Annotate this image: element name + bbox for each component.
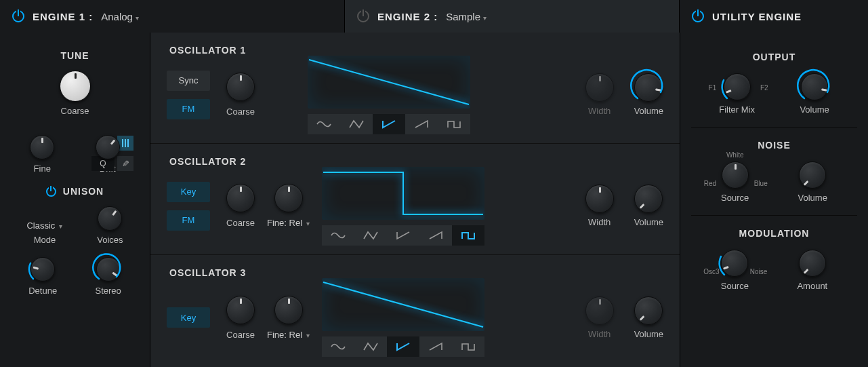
osc2-wave-saw-up[interactable] [419,225,452,246]
osc1-volume-label: Volume [634,106,663,116]
unison-detune-knob[interactable] [30,257,55,282]
osc3-volume-knob[interactable] [634,296,663,325]
tag-f1: F1 [709,84,717,92]
osc2-key-button[interactable]: Key [167,182,210,202]
osc3-coarse-param: Coarse [226,296,255,340]
tune-drift-knob[interactable] [96,135,120,159]
osc2-waveform-display [322,167,484,220]
osc3-fine-dropdown[interactable]: Fine: Rel▾ [267,330,310,340]
noise-source-knob[interactable] [722,161,749,189]
output-filtermix-param: F1 F2 Filter Mix [719,73,755,115]
osc3-wave-saw-down[interactable] [387,336,419,357]
osc3-volume-param: Volume [634,296,663,339]
utility-label: UTILITY ENGINE [712,11,802,22]
noise-volume-knob[interactable] [799,161,826,189]
osc2-waveform-selector [322,225,484,246]
osc1-waveform-selector [308,114,470,134]
engine1-label: ENGINE 1 : [33,11,93,22]
osc2-fine-dropdown[interactable]: Fine: Rel▾ [267,218,310,228]
osc1-volume-knob[interactable] [634,73,663,102]
osc1-wave-saw-down[interactable] [373,114,405,134]
noise-source-param: White Red Blue Source [721,161,749,203]
osc2-title: OSCILLATOR 2 [169,156,246,167]
unison-voices-knob[interactable] [98,206,122,231]
mod-amount-param: Amount [797,250,827,291]
osc1-width-label: Width [588,106,611,116]
osc2-width-param: Width [585,185,614,227]
unison-power-button[interactable] [46,187,56,197]
tune-edit-button[interactable] [117,156,133,171]
engine2-type-dropdown[interactable]: Sample ▾ [446,11,487,22]
noise-section-title: NOISE [680,140,868,151]
osc3-width-label: Width [588,329,611,339]
osc1-wave-saw-up[interactable] [405,114,438,134]
osc3-width-knob[interactable] [585,296,614,325]
tune-coarse-knob[interactable] [60,71,91,102]
osc1-coarse-label: Coarse [226,107,255,117]
output-volume-label: Volume [800,104,829,115]
osc2-fm-button[interactable]: FM [167,210,210,231]
tune-coarse-label: Coarse [61,106,89,116]
osc3-fine-knob[interactable] [274,296,303,324]
output-filtermix-knob[interactable] [724,73,751,100]
osc1-wave-square[interactable] [438,114,470,134]
engine1-power-button[interactable] [12,10,24,22]
osc2-coarse-label: Coarse [226,218,255,228]
unison-stereo-knob[interactable] [96,257,121,282]
tune-fine-knob[interactable] [30,135,54,159]
osc2-wave-sine[interactable] [322,225,354,246]
osc3-coarse-knob[interactable] [226,296,255,324]
mod-source-label: Source [721,281,749,291]
osc1-volume-param: Volume [634,73,663,116]
osc2-wave-triangle[interactable] [354,225,387,246]
unison-mode-dropdown[interactable]: Classic▾ [26,220,62,231]
engine1-type-dropdown[interactable]: Analog ▾ [101,11,139,22]
noise-source-label: Source [721,193,749,203]
osc2-wave-saw-down[interactable] [387,225,419,246]
unison-voices-param: Voices [97,206,123,245]
engine2-power-button[interactable] [357,10,369,22]
unison-detune-param: Detune [28,257,57,296]
unison-stereo-param: Stereo [95,257,121,296]
chevron-down-icon: ▾ [59,223,62,230]
osc3-wave-square[interactable] [452,336,484,357]
output-volume-knob[interactable] [801,73,828,100]
osc3-coarse-label: Coarse [226,330,255,340]
osc3-wave-sine[interactable] [322,336,354,357]
oscillator3-row: OSCILLATOR 3 Key Coarse Fine: Rel▾ [150,255,680,366]
mod-source-knob[interactable] [721,250,748,277]
osc2-fine-knob[interactable] [274,184,303,212]
osc2-volume-knob[interactable] [634,185,663,213]
osc1-sync-button[interactable]: Sync [167,71,210,91]
unison-mode-label: Mode [34,235,56,245]
noise-volume-param: Volume [798,161,827,203]
unison-voices-label: Voices [97,235,123,245]
osc2-coarse-knob[interactable] [226,184,255,212]
osc2-wave-square[interactable] [452,225,484,246]
osc3-wave-triangle[interactable] [354,336,387,357]
osc2-volume-param: Volume [634,185,663,227]
unison-detune-label: Detune [28,286,57,296]
osc3-key-button[interactable]: Key [167,307,210,328]
osc1-width-knob[interactable] [585,73,614,102]
mod-source-param: Osc3 Noise Source [721,250,749,291]
tag-white: White [726,151,744,159]
tune-fine-param: Fine [30,135,54,174]
osc1-coarse-param: Coarse [226,73,255,117]
osc1-wave-sine[interactable] [308,114,340,134]
osc3-fine-param: Fine: Rel▾ [267,296,310,340]
mod-amount-knob[interactable] [799,250,826,277]
osc3-wave-saw-up[interactable] [419,336,452,357]
osc1-fm-button[interactable]: FM [167,99,210,119]
osc1-wave-triangle[interactable] [340,114,373,134]
osc2-width-knob[interactable] [585,185,614,213]
osc1-coarse-knob[interactable] [226,73,255,101]
modulation-section-title: MODULATION [680,228,868,239]
engine2-header: ENGINE 2 : Sample ▾ [344,0,680,33]
utility-engine-header: UTILITY ENGINE [680,0,868,33]
utility-power-button[interactable] [692,10,704,22]
output-filtermix-label: Filter Mix [719,104,755,115]
osc2-volume-label: Volume [634,217,663,227]
osc2-width-label: Width [588,217,611,227]
oscillator1-row: OSCILLATOR 1 Sync FM Coarse [150,33,680,144]
